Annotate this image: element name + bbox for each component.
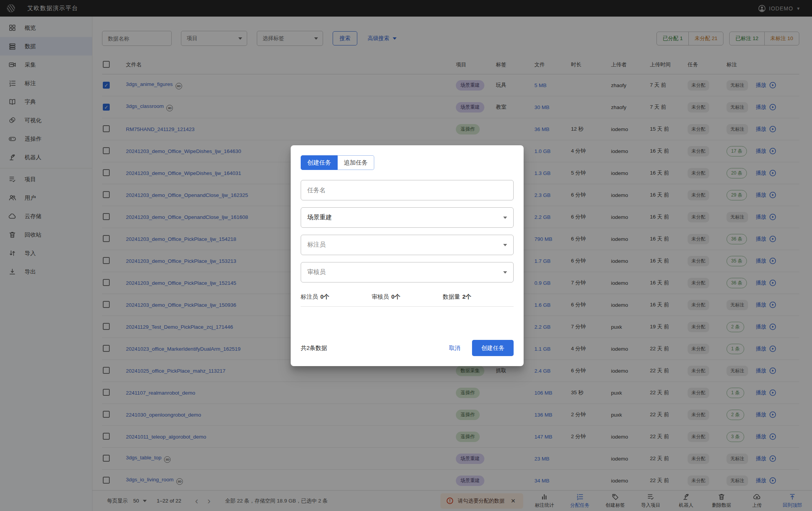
reviewer-select[interactable]: 审核员 [301,262,514,282]
tab-追加任务[interactable]: 追加任务 [338,155,374,170]
selected-data-count: 共2条数据 [301,345,327,352]
stat-标注员: 标注员0个 [301,293,372,301]
tab-创建任务[interactable]: 创建任务 [301,155,338,170]
task-type-select[interactable]: 场景重建 [301,207,514,228]
divider [301,306,514,307]
cancel-button[interactable]: 取消 [444,341,466,356]
annotator-placeholder: 标注员 [307,241,326,249]
chevron-down-icon [503,217,507,219]
dialog-stats: 标注员0个审核员0个数据量2个 [301,293,514,301]
stat-数据量: 数据量2个 [443,293,514,301]
dialog-footer: 共2条数据 取消 创建任务 [301,340,514,356]
task-name-input[interactable] [301,180,514,200]
stat-审核员: 审核员0个 [372,293,442,301]
annotator-select[interactable]: 标注员 [301,235,514,255]
create-task-button[interactable]: 创建任务 [472,340,514,356]
dialog-tabs: 创建任务追加任务 [301,155,514,170]
reviewer-placeholder: 审核员 [307,268,326,276]
create-task-dialog: 创建任务追加任务 场景重建 标注员 审核员 标注员0个审核员0个数据量2个 共2… [291,145,524,366]
task-type-value: 场景重建 [307,213,332,222]
chevron-down-icon [503,271,507,274]
chevron-down-icon [503,244,507,246]
